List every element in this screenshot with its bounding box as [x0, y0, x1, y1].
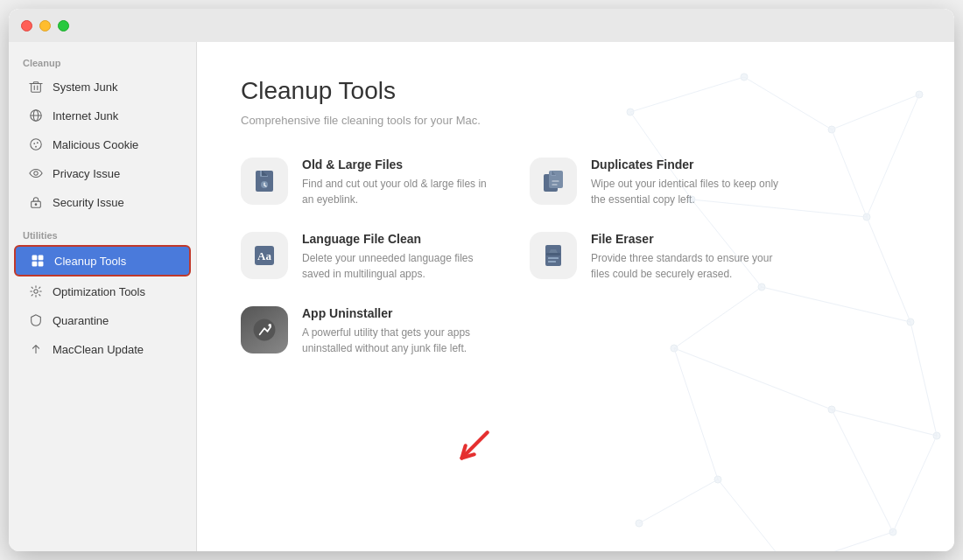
svg-line-33 [832, 130, 867, 217]
sidebar-item-cleanup-tools[interactable]: Cleanup Tools [14, 245, 191, 276]
sidebar-item-internet-junk[interactable]: Internet Junk [14, 102, 191, 130]
tool-old-large-files[interactable]: Old & Large Files Find and cut out your … [241, 158, 495, 207]
titlebar [9, 9, 954, 42]
sidebar-item-privacy-issue[interactable]: Privacy Issue [14, 159, 191, 187]
svg-rect-0 [32, 83, 41, 92]
grid-icon [30, 253, 46, 269]
sidebar-item-macclean-update[interactable]: MacClean Update [14, 335, 191, 363]
trash-icon [28, 79, 44, 94]
svg-point-7 [34, 172, 38, 175]
sidebar-item-security-issue-label: Security Issue [53, 196, 124, 209]
svg-point-17 [828, 126, 835, 133]
sidebar-item-quarantine-label: Quarantine [53, 314, 109, 327]
svg-text:Aa: Aa [257, 249, 271, 262]
sidebar-item-macclean-update-label: MacClean Update [53, 343, 144, 356]
utilities-section-label: Utilities [9, 223, 196, 244]
gear-icon [28, 284, 44, 299]
svg-line-40 [674, 348, 832, 410]
svg-line-37 [867, 217, 910, 322]
svg-rect-58 [548, 261, 556, 262]
sidebar-item-system-junk[interactable]: System Junk [14, 73, 191, 101]
svg-point-5 [37, 142, 39, 144]
tool-app-uninstaller[interactable]: App Uninstaller A powerful utility that … [241, 306, 495, 356]
sidebar: Cleanup System Junk [9, 42, 197, 551]
svg-line-45 [832, 410, 893, 532]
app-window: Cleanup System Junk [9, 9, 954, 551]
globe-icon [28, 108, 44, 123]
svg-line-41 [910, 322, 937, 436]
close-button[interactable] [21, 20, 32, 32]
old-large-files-name: Old & Large Files [302, 158, 495, 172]
old-large-files-desc: Find and cut out your old & large files … [302, 176, 495, 207]
svg-rect-10 [32, 256, 37, 260]
sidebar-item-internet-junk-label: Internet Junk [53, 109, 118, 122]
language-file-clean-icon: Aa [250, 242, 278, 270]
old-large-files-icon [250, 167, 278, 195]
svg-point-28 [636, 520, 643, 527]
svg-point-25 [933, 432, 940, 439]
duplicates-finder-desc: Wipe out your identical files to keep on… [591, 176, 784, 207]
minimize-button[interactable] [39, 20, 51, 32]
sidebar-item-optimization-tools[interactable]: Optimization Tools [14, 277, 191, 305]
svg-point-60 [268, 324, 271, 327]
svg-point-3 [31, 139, 41, 150]
file-eraser-desc: Provide three standards to ensure your f… [591, 250, 784, 282]
tool-language-file-clean[interactable]: Aa Language File Clean Delete your unnee… [241, 232, 495, 282]
file-eraser-icon-box [530, 232, 577, 279]
page-subtitle: Comprehensive file cleaning tools for yo… [241, 114, 910, 127]
sidebar-item-malicious-cookie[interactable]: Malicious Cookie [14, 130, 191, 158]
tools-grid: Old & Large Files Find and cut out your … [241, 158, 784, 356]
svg-point-6 [35, 146, 37, 148]
svg-rect-12 [32, 262, 37, 266]
content-area: Cleanup System Junk [9, 42, 954, 551]
lock-icon [28, 194, 44, 210]
sidebar-item-quarantine[interactable]: Quarantine [14, 306, 191, 334]
language-file-clean-icon-box: Aa [241, 232, 288, 279]
duplicates-finder-icon-box [530, 158, 577, 205]
file-eraser-info: File Eraser Provide three standards to e… [591, 232, 784, 282]
svg-line-48 [788, 532, 893, 551]
svg-line-38 [762, 287, 910, 322]
sidebar-item-malicious-cookie-label: Malicious Cookie [53, 138, 138, 151]
svg-point-9 [35, 203, 38, 206]
svg-line-43 [674, 348, 718, 480]
language-file-clean-desc: Delete your unneeded language files save… [302, 250, 495, 282]
duplicates-finder-name: Duplicates Finder [591, 158, 784, 172]
page-title: Cleanup Tools [241, 77, 910, 105]
app-uninstaller-info: App Uninstaller A powerful utility that … [302, 306, 495, 356]
cleanup-section-label: Cleanup [9, 51, 196, 72]
svg-rect-11 [39, 256, 43, 260]
language-file-clean-info: Language File Clean Delete your unneeded… [302, 232, 495, 282]
shield-icon [28, 312, 44, 328]
eye-icon [28, 165, 44, 181]
svg-line-47 [718, 480, 788, 551]
svg-point-27 [889, 528, 896, 536]
svg-line-46 [893, 436, 937, 532]
svg-point-14 [34, 290, 38, 293]
svg-rect-59 [546, 253, 560, 256]
arrow-indicator [451, 425, 495, 472]
svg-point-18 [916, 91, 923, 98]
sidebar-item-privacy-issue-label: Privacy Issue [53, 167, 120, 180]
svg-line-49 [867, 94, 919, 217]
svg-point-19 [863, 214, 870, 220]
tool-file-eraser[interactable]: File Eraser Provide three standards to e… [530, 232, 784, 282]
maximize-button[interactable] [58, 20, 69, 32]
svg-line-44 [639, 480, 718, 523]
svg-point-24 [828, 406, 835, 413]
tool-duplicates-finder[interactable]: Duplicates Finder Wipe out your identica… [530, 158, 784, 207]
svg-point-26 [714, 476, 721, 483]
old-large-files-icon-box [241, 158, 288, 205]
sidebar-item-system-junk-label: System Junk [53, 80, 117, 94]
svg-line-42 [832, 410, 937, 436]
old-large-files-info: Old & Large Files Find and cut out your … [302, 158, 495, 207]
update-icon [28, 341, 44, 357]
svg-point-4 [33, 143, 35, 144]
file-eraser-name: File Eraser [591, 232, 784, 246]
duplicates-finder-info: Duplicates Finder Wipe out your identica… [591, 158, 784, 207]
svg-rect-13 [39, 262, 43, 266]
duplicates-finder-icon [539, 167, 567, 195]
sidebar-item-security-issue[interactable]: Security Issue [14, 188, 191, 216]
language-file-clean-name: Language File Clean [302, 232, 495, 246]
main-content: Cleanup Tools Comprehensive file cleanin… [197, 42, 954, 551]
